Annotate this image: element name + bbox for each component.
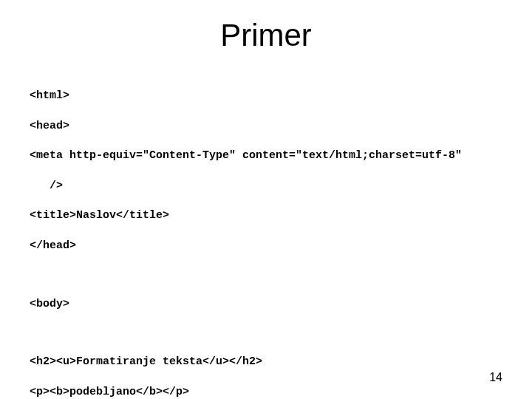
code-line: <title>Naslov</title>	[30, 208, 502, 223]
code-line: <head>	[30, 119, 502, 134]
blank-line	[30, 327, 502, 340]
code-line: <body>	[30, 297, 502, 312]
code-line: <h2><u>Formatiranje teksta</u></h2>	[30, 355, 502, 369]
code-block: <html> <head> <meta http-equiv="Content-…	[30, 74, 502, 399]
code-line: </head>	[30, 239, 502, 253]
slide: Primer <html> <head> <meta http-equiv="C…	[0, 0, 532, 399]
page-number: 14	[489, 371, 502, 384]
slide-title: Primer	[30, 18, 502, 53]
code-line: <html>	[30, 89, 502, 103]
code-line: />	[30, 179, 502, 194]
code-line: <p><b>podebljano</b></p>	[30, 385, 502, 399]
code-line: <meta http-equiv="Content-Type" content=…	[30, 149, 502, 163]
blank-line	[30, 268, 502, 282]
